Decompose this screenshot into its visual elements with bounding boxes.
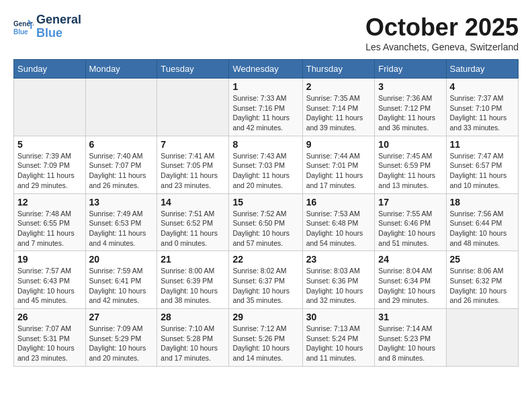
calendar-cell: 9Sunrise: 7:44 AM Sunset: 7:01 PM Daylig… (302, 136, 375, 193)
day-number: 27 (89, 312, 154, 322)
calendar-cell: 8Sunrise: 7:43 AM Sunset: 7:03 PM Daylig… (229, 136, 302, 193)
calendar-cell: 28Sunrise: 7:10 AM Sunset: 5:28 PM Dayli… (157, 309, 229, 367)
calendar-cell: 1Sunrise: 7:33 AM Sunset: 7:16 PM Daylig… (229, 79, 302, 136)
day-info: Sunrise: 7:10 AM Sunset: 5:28 PM Dayligh… (161, 324, 225, 363)
day-info: Sunrise: 7:13 AM Sunset: 5:24 PM Dayligh… (306, 324, 371, 363)
location: Les Avanchets, Geneva, Switzerland (365, 42, 519, 52)
calendar-cell: 3Sunrise: 7:36 AM Sunset: 7:12 PM Daylig… (375, 79, 446, 136)
day-info: Sunrise: 7:09 AM Sunset: 5:29 PM Dayligh… (89, 324, 154, 363)
day-info: Sunrise: 7:55 AM Sunset: 6:46 PM Dayligh… (378, 209, 442, 248)
day-number: 30 (306, 312, 371, 322)
page-header: General Blue General Blue October 2025 L… (13, 13, 519, 52)
day-info: Sunrise: 7:36 AM Sunset: 7:12 PM Dayligh… (378, 93, 442, 133)
calendar-cell: 23Sunrise: 8:03 AM Sunset: 6:36 PM Dayli… (302, 251, 375, 309)
calendar-cell: 27Sunrise: 7:09 AM Sunset: 5:29 PM Dayli… (85, 309, 157, 367)
day-info: Sunrise: 7:48 AM Sunset: 6:55 PM Dayligh… (17, 209, 82, 248)
day-info: Sunrise: 7:43 AM Sunset: 7:03 PM Dayligh… (232, 151, 298, 191)
calendar-cell: 14Sunrise: 7:51 AM Sunset: 6:52 PM Dayli… (157, 193, 229, 251)
day-info: Sunrise: 8:02 AM Sunset: 6:37 PM Dayligh… (232, 266, 298, 306)
day-number: 26 (17, 312, 82, 322)
calendar-cell: 6Sunrise: 7:40 AM Sunset: 7:07 PM Daylig… (85, 136, 157, 193)
day-info: Sunrise: 7:37 AM Sunset: 7:10 PM Dayligh… (450, 93, 515, 133)
calendar-cell: 10Sunrise: 7:45 AM Sunset: 6:59 PM Dayli… (375, 136, 446, 193)
calendar-cell: 30Sunrise: 7:13 AM Sunset: 5:24 PM Dayli… (302, 309, 375, 367)
day-number: 12 (17, 197, 82, 208)
weekday-header: Saturday (446, 60, 518, 79)
logo-icon: General Blue (13, 17, 34, 37)
calendar-cell: 21Sunrise: 8:00 AM Sunset: 6:39 PM Dayli… (157, 251, 229, 309)
day-number: 16 (306, 197, 371, 208)
day-number: 6 (89, 139, 154, 150)
day-info: Sunrise: 7:44 AM Sunset: 7:01 PM Dayligh… (306, 151, 371, 191)
day-number: 8 (232, 139, 298, 150)
day-info: Sunrise: 7:53 AM Sunset: 6:48 PM Dayligh… (306, 209, 371, 248)
day-number: 15 (232, 197, 298, 208)
day-number: 10 (378, 139, 442, 150)
day-info: Sunrise: 7:14 AM Sunset: 5:23 PM Dayligh… (378, 324, 442, 363)
day-number: 9 (306, 139, 371, 150)
day-number: 17 (378, 197, 442, 208)
calendar-cell: 22Sunrise: 8:02 AM Sunset: 6:37 PM Dayli… (229, 251, 302, 309)
day-info: Sunrise: 7:51 AM Sunset: 6:52 PM Dayligh… (161, 209, 225, 248)
weekday-header: Sunday (14, 60, 86, 79)
day-number: 18 (450, 197, 515, 208)
calendar-cell: 20Sunrise: 7:59 AM Sunset: 6:41 PM Dayli… (85, 251, 157, 309)
day-number: 3 (378, 81, 442, 92)
day-info: Sunrise: 7:07 AM Sunset: 5:31 PM Dayligh… (17, 324, 82, 363)
day-number: 7 (161, 139, 225, 150)
calendar-cell: 16Sunrise: 7:53 AM Sunset: 6:48 PM Dayli… (302, 193, 375, 251)
day-info: Sunrise: 7:35 AM Sunset: 7:14 PM Dayligh… (306, 93, 371, 133)
logo-text: General Blue (36, 13, 81, 40)
calendar-cell: 18Sunrise: 7:56 AM Sunset: 6:44 PM Dayli… (446, 193, 518, 251)
calendar-cell: 19Sunrise: 7:57 AM Sunset: 6:43 PM Dayli… (14, 251, 86, 309)
day-number: 21 (161, 254, 225, 265)
day-info: Sunrise: 7:52 AM Sunset: 6:50 PM Dayligh… (232, 209, 298, 248)
day-info: Sunrise: 7:56 AM Sunset: 6:44 PM Dayligh… (450, 209, 515, 248)
calendar-cell: 4Sunrise: 7:37 AM Sunset: 7:10 PM Daylig… (446, 79, 518, 136)
calendar-cell (85, 79, 157, 136)
day-number: 28 (161, 312, 225, 322)
calendar-cell: 2Sunrise: 7:35 AM Sunset: 7:14 PM Daylig… (302, 79, 375, 136)
day-info: Sunrise: 8:03 AM Sunset: 6:36 PM Dayligh… (306, 266, 371, 306)
calendar-cell: 5Sunrise: 7:39 AM Sunset: 7:09 PM Daylig… (14, 136, 86, 193)
day-info: Sunrise: 7:41 AM Sunset: 7:05 PM Dayligh… (161, 151, 225, 191)
calendar-cell (14, 79, 86, 136)
weekday-header: Wednesday (229, 60, 302, 79)
calendar-week-row: 1Sunrise: 7:33 AM Sunset: 7:16 PM Daylig… (14, 79, 519, 136)
day-number: 22 (232, 254, 298, 265)
weekday-header-row: SundayMondayTuesdayWednesdayThursdayFrid… (14, 60, 519, 79)
weekday-header: Thursday (302, 60, 375, 79)
day-number: 29 (232, 312, 298, 322)
calendar-week-row: 26Sunrise: 7:07 AM Sunset: 5:31 PM Dayli… (14, 309, 519, 367)
calendar-cell: 31Sunrise: 7:14 AM Sunset: 5:23 PM Dayli… (375, 309, 446, 367)
day-info: Sunrise: 7:39 AM Sunset: 7:09 PM Dayligh… (17, 151, 82, 191)
calendar-cell: 17Sunrise: 7:55 AM Sunset: 6:46 PM Dayli… (375, 193, 446, 251)
weekday-header: Tuesday (157, 60, 229, 79)
day-info: Sunrise: 8:04 AM Sunset: 6:34 PM Dayligh… (378, 266, 442, 306)
calendar-cell: 12Sunrise: 7:48 AM Sunset: 6:55 PM Dayli… (14, 193, 86, 251)
day-info: Sunrise: 8:00 AM Sunset: 6:39 PM Dayligh… (161, 266, 225, 306)
calendar-cell: 15Sunrise: 7:52 AM Sunset: 6:50 PM Dayli… (229, 193, 302, 251)
calendar-cell: 7Sunrise: 7:41 AM Sunset: 7:05 PM Daylig… (157, 136, 229, 193)
day-number: 19 (17, 254, 82, 265)
day-info: Sunrise: 8:06 AM Sunset: 6:32 PM Dayligh… (450, 266, 515, 306)
calendar-cell: 24Sunrise: 8:04 AM Sunset: 6:34 PM Dayli… (375, 251, 446, 309)
calendar-table: SundayMondayTuesdayWednesdayThursdayFrid… (13, 59, 519, 367)
day-number: 25 (450, 254, 515, 265)
day-number: 31 (378, 312, 442, 322)
day-number: 5 (17, 139, 82, 150)
day-number: 24 (378, 254, 442, 265)
day-info: Sunrise: 7:47 AM Sunset: 6:57 PM Dayligh… (450, 151, 515, 191)
svg-text:Blue: Blue (13, 28, 28, 36)
month-title: October 2025 (365, 13, 519, 42)
calendar-week-row: 19Sunrise: 7:57 AM Sunset: 6:43 PM Dayli… (14, 251, 519, 309)
calendar-cell (157, 79, 229, 136)
day-number: 1 (232, 81, 298, 92)
calendar-week-row: 12Sunrise: 7:48 AM Sunset: 6:55 PM Dayli… (14, 193, 519, 251)
weekday-header: Friday (375, 60, 446, 79)
day-number: 11 (450, 139, 515, 150)
day-number: 23 (306, 254, 371, 265)
day-info: Sunrise: 7:40 AM Sunset: 7:07 PM Dayligh… (89, 151, 154, 191)
calendar-cell: 26Sunrise: 7:07 AM Sunset: 5:31 PM Dayli… (14, 309, 86, 367)
title-block: October 2025 Les Avanchets, Geneva, Swit… (365, 13, 519, 52)
